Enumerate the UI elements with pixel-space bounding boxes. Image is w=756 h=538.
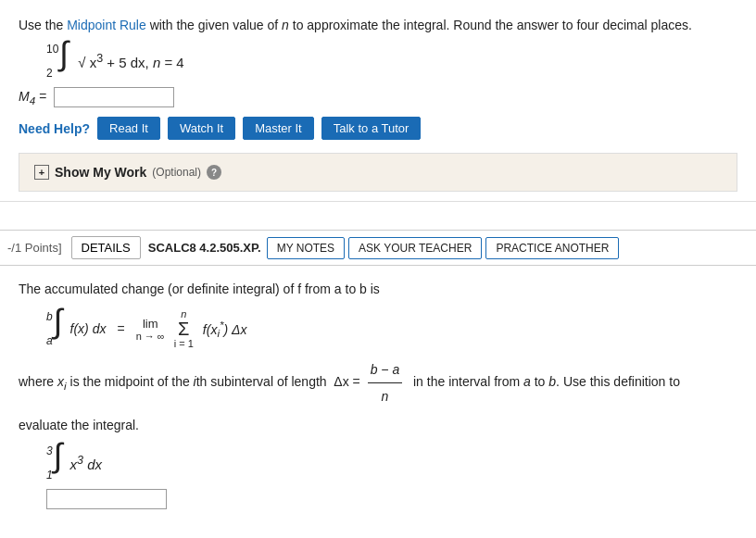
formula-equals: = [117,321,124,336]
bottom-integral-symbol: ∫ [54,439,63,472]
delta-x-fraction: b − a n [368,357,403,409]
integral-expression: √ x3 + 5 dx, n = 4 [78,52,183,70]
problem-text-middle: with the given value of n to approximate… [146,18,692,32]
accumulated-change-text: The accumulated change (or definite inte… [19,279,737,301]
bottom-integral: 3 1 ∫ x3 dx [46,444,737,482]
lim-label: lim [143,317,158,331]
problem-statement: Use the Midpoint Rule with the given val… [19,15,737,35]
spacer [0,202,756,230]
my-notes-button[interactable]: MY NOTES [267,237,345,259]
integral-display: 10 2 ∫ √ x3 + 5 dx, n = 4 [46,43,737,80]
watch-it-button[interactable]: Watch It [168,117,235,140]
evaluate-text: evaluate the integral. [19,415,737,437]
formula-integral-symbol: ∫ [54,305,63,338]
points-label: -/1 Points] [0,241,71,255]
details-button[interactable]: DETAILS [71,236,141,259]
frac-denominator: n [379,383,392,409]
bottom-section: The accumulated change (or definite inte… [0,266,756,522]
frac-numerator: b − a [368,357,403,383]
where-text: where xi is the midpoint of the ith subi… [19,357,737,409]
points-bar: -/1 Points] DETAILS SCALC8 4.2.505.XP. M… [0,230,756,266]
bottom-integral-lower: 1 [46,469,53,482]
integral-upper-limit: 10 [46,43,58,56]
scalc-label: SCALC8 4.2.505.XP. [148,241,261,255]
integral-formula: b a ∫ f(x) dx = lim n → ∞ n Σ i = 1 f(xi… [46,308,737,349]
m4-label: M4 = [19,89,46,106]
sum-expression: f(xi*) Δx [203,319,247,339]
talk-to-tutor-button[interactable]: Talk to a Tutor [321,117,422,140]
m4-input[interactable] [54,87,174,107]
limit-block: lim n → ∞ [136,317,165,342]
formula-lower-a: a [46,334,53,347]
ask-your-teacher-button[interactable]: ASK YOUR TEACHER [348,237,482,259]
show-work-label: Show My Work [55,165,146,180]
practice-another-button[interactable]: PRACTICE ANOTHER [485,237,619,259]
master-it-button[interactable]: Master It [243,117,314,140]
sum-block: n Σ i = 1 [174,308,194,349]
need-help-label: Need Help? [19,121,90,136]
bottom-answer-input[interactable] [46,489,167,509]
m4-answer-row: M4 = [19,87,737,107]
formula-fx: f(x) dx [70,321,107,336]
sum-lower: i = 1 [174,338,194,349]
help-icon[interactable]: ? [207,165,221,180]
formula-upper-b: b [46,310,53,323]
lim-subscript: n → ∞ [136,331,165,342]
expand-icon[interactable]: + [34,165,49,180]
show-work-header: + Show My Work (Optional) ? [34,165,722,180]
need-help-row: Need Help? Read It Watch It Master It Ta… [19,117,737,140]
top-section: Use the Midpoint Rule with the given val… [0,0,756,202]
optional-label: (Optional) [152,166,201,179]
bottom-integral-upper: 3 [46,444,53,457]
integral-symbol: ∫ [59,37,69,70]
show-work-section: + Show My Work (Optional) ? [19,153,737,192]
problem-text-before: Use the [19,18,67,32]
integral-lower-limit: 2 [46,67,58,80]
sum-symbol: Σ [178,319,189,338]
midpoint-rule-highlight: Midpoint Rule [67,18,146,32]
bottom-integral-expr: x3 dx [70,454,102,472]
read-it-button[interactable]: Read It [97,117,160,140]
